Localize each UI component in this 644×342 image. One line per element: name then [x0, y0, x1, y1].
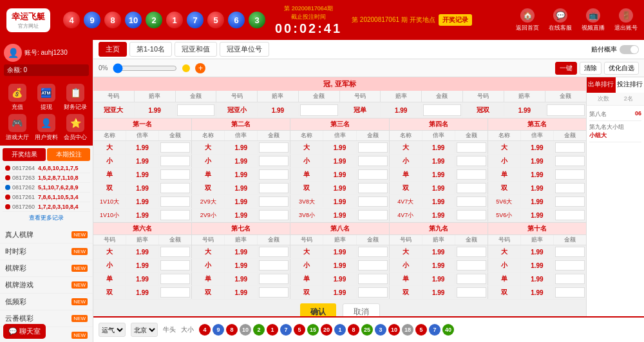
- bet-input[interactable]: [259, 210, 289, 220]
- game-item-zrqp[interactable]: 真人棋牌 NEW: [0, 227, 93, 243]
- bet-input[interactable]: [160, 156, 190, 166]
- bet-input[interactable]: [358, 247, 388, 257]
- bet-input[interactable]: [358, 287, 388, 298]
- bet-input[interactable]: [457, 169, 486, 180]
- result-item[interactable]: 0817264 4,6,8,10,2,1,7,5: [3, 164, 90, 173]
- bet-input[interactable]: [259, 260, 289, 271]
- bet-input[interactable]: [358, 260, 388, 271]
- bet-input[interactable]: [300, 104, 338, 116]
- bet-input[interactable]: [457, 274, 486, 284]
- bet-input[interactable]: [555, 247, 585, 257]
- bet-input[interactable]: [259, 169, 289, 180]
- clear-btn[interactable]: 清除: [580, 62, 601, 75]
- bet-input[interactable]: [358, 156, 388, 166]
- rp-tab-bets[interactable]: 投注排行: [616, 77, 645, 93]
- bet-input[interactable]: [358, 183, 388, 193]
- tab-results[interactable]: 开奖结果: [3, 148, 46, 161]
- strip-ball: 20: [321, 324, 332, 336]
- optimize-btn[interactable]: 优化自选: [604, 62, 639, 75]
- bet-input[interactable]: [358, 274, 388, 284]
- bet-input[interactable]: [555, 196, 585, 207]
- bet-input[interactable]: [457, 210, 486, 220]
- bet-input[interactable]: [160, 274, 190, 284]
- bet-input[interactable]: [457, 156, 486, 166]
- bet-input[interactable]: [555, 183, 585, 193]
- result-item[interactable]: 0817260 1,7,2,0,3,10,8,4: [3, 202, 90, 212]
- bet-input[interactable]: [259, 156, 289, 166]
- bet-input[interactable]: [423, 104, 461, 116]
- nav-live-btn[interactable]: 💬 在线客服: [549, 8, 572, 32]
- bet-input[interactable]: [358, 169, 388, 180]
- nav-logout-btn[interactable]: 🚪 退出账号: [614, 8, 638, 32]
- game-item-qpc[interactable]: 棋牌彩 NEW: [0, 260, 93, 277]
- bet-input[interactable]: [177, 104, 215, 116]
- bet-input[interactable]: [160, 247, 190, 257]
- sidebar-withdraw[interactable]: 🏧 提现: [33, 84, 59, 111]
- nav-tab-home[interactable]: 主页: [99, 42, 127, 57]
- sidebar-recharge[interactable]: 💰 充值: [4, 84, 30, 111]
- bet-input[interactable]: [457, 196, 486, 207]
- add-btn[interactable]: +: [195, 63, 205, 73]
- bet-input[interactable]: [160, 183, 190, 193]
- cancel-btn[interactable]: 取消: [343, 303, 380, 316]
- bet-input[interactable]: [160, 210, 190, 220]
- pct-slider[interactable]: [113, 63, 177, 73]
- chat-button[interactable]: 💬 聊天室: [3, 324, 46, 339]
- slider-thumb[interactable]: [182, 64, 190, 72]
- bet-input[interactable]: [259, 274, 289, 284]
- game-item-ssc[interactable]: 时时彩 NEW: [0, 243, 93, 260]
- open-btn[interactable]: 开奖记录: [439, 14, 472, 26]
- bet-input[interactable]: [547, 104, 585, 116]
- bet-input[interactable]: [160, 142, 190, 153]
- row-label: 单: [390, 272, 422, 285]
- bet-input[interactable]: [160, 287, 190, 298]
- bet-input[interactable]: [259, 247, 289, 257]
- sidebar-profile[interactable]: 👤 用户资料: [33, 114, 59, 142]
- bet-input[interactable]: [160, 260, 190, 271]
- bet-input[interactable]: [259, 287, 289, 298]
- result-item[interactable]: 0817263 1,5,2,8,7,1,10,8: [3, 173, 90, 183]
- section-6to10-headers: 第六名 第七名 第八名 第九名 第十名: [93, 222, 586, 235]
- bet-input[interactable]: [160, 196, 190, 207]
- bet-input[interactable]: [259, 183, 289, 193]
- bet-input[interactable]: [457, 183, 486, 193]
- bet-input[interactable]: [555, 169, 585, 180]
- bet-input[interactable]: [555, 287, 585, 298]
- bet-input[interactable]: [457, 287, 486, 298]
- rp-tab-ranking[interactable]: 出单排行: [587, 77, 616, 93]
- tab-mybets[interactable]: 本期投注: [47, 148, 90, 161]
- result-item[interactable]: 0817261 7,8,6,1,10,5,3,4: [3, 193, 90, 202]
- result-item[interactable]: 0817262 5,1,10,7,6,2,8,9: [3, 183, 90, 193]
- bet-input[interactable]: [259, 196, 289, 207]
- bet-input[interactable]: [358, 142, 388, 153]
- subh-g5: 名称 倍率 金额: [488, 131, 586, 140]
- bet-input[interactable]: [555, 142, 585, 153]
- sidebar-gamehall[interactable]: 🎮 游戏大厅: [4, 114, 30, 142]
- bet-input[interactable]: [457, 260, 486, 271]
- nav-tab-guanya[interactable]: 冠亚和值: [175, 42, 217, 57]
- nav-video-btn[interactable]: 📺 视频直播: [582, 8, 605, 32]
- sidebar-records[interactable]: 📋 财务记录: [62, 84, 89, 111]
- toggle-switch[interactable]: [620, 45, 639, 54]
- sidebar-vip[interactable]: ⭐ 会员中心: [62, 114, 89, 142]
- bet-input[interactable]: [358, 210, 388, 220]
- bet-input[interactable]: [555, 156, 585, 166]
- strip-select-2[interactable]: 北京: [131, 323, 158, 337]
- bet-input[interactable]: [457, 247, 486, 257]
- bet-input[interactable]: [457, 142, 486, 153]
- strip-select-1[interactable]: 运气: [99, 323, 126, 337]
- game-item-qpyx[interactable]: 棋牌游戏 NEW: [0, 277, 93, 294]
- nav-tab-1to10[interactable]: 第1-10名: [129, 42, 172, 57]
- more-results-link[interactable]: 查看更多记录: [3, 212, 90, 224]
- bet-input[interactable]: [358, 196, 388, 207]
- nav-home-btn[interactable]: 🏠 返回首页: [516, 8, 539, 32]
- bet-input[interactable]: [555, 274, 585, 284]
- bet-input[interactable]: [160, 169, 190, 180]
- confirm-btn[interactable]: 确认: [300, 303, 336, 316]
- bet-input[interactable]: [259, 142, 289, 153]
- bet-input[interactable]: [555, 210, 585, 220]
- bet-input[interactable]: [555, 260, 585, 271]
- confirm-quick-btn[interactable]: 一键: [555, 62, 577, 75]
- game-item-dpc[interactable]: 低频彩 NEW: [0, 294, 93, 310]
- nav-tab-danwei[interactable]: 冠亚单位号: [220, 42, 269, 57]
